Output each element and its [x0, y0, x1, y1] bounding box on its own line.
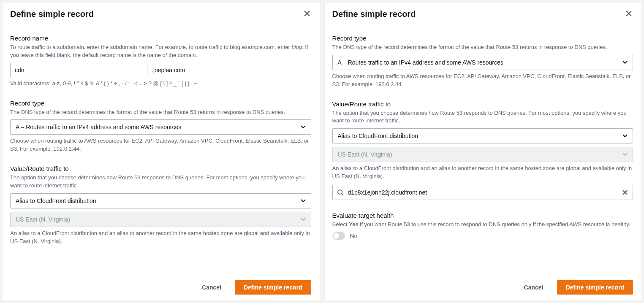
record-name-desc: To route traffic to a subdomain, enter t… — [10, 43, 311, 60]
record-name-row: .joeplaa.com — [10, 63, 311, 77]
record-name-input[interactable] — [10, 63, 147, 77]
alias-value: Alias to CloudFront distribution — [338, 133, 418, 139]
search-icon — [337, 189, 344, 196]
record-type-value: A – Routes traffic to an IPv4 address an… — [16, 124, 181, 130]
region-value: US East (N. Virginia) — [338, 151, 392, 158]
route-to-section: Value/Route traffic to The option that y… — [10, 165, 311, 245]
record-type-hint: Choose when routing traffic to AWS resou… — [10, 137, 311, 153]
cancel-button[interactable]: Cancel — [516, 281, 552, 294]
chevron-down-icon — [622, 153, 628, 156]
region-value: US East (N. Virginia) — [16, 216, 70, 223]
define-record-button[interactable]: Define simple record — [557, 280, 633, 295]
record-type-select[interactable]: A – Routes traffic to an IPv4 address an… — [10, 119, 311, 135]
chevron-down-icon — [622, 134, 628, 138]
region-select: US East (N. Virginia) — [10, 212, 311, 227]
record-type-value: A – Routes traffic to an IPv4 address an… — [338, 59, 503, 66]
route-to-desc: The option that you choose determines ho… — [332, 109, 633, 125]
record-type-desc: The DNS type of the record determines th… — [10, 108, 311, 116]
dialog-footer: Cancel Define simple record — [325, 274, 642, 300]
chevron-down-icon — [622, 61, 628, 64]
close-button[interactable] — [625, 10, 633, 19]
dialog-footer: Cancel Define simple record — [3, 274, 320, 300]
dialog-title: Define simple record — [10, 9, 94, 19]
chevron-down-icon — [301, 125, 306, 129]
record-type-select[interactable]: A – Routes traffic to an IPv4 address an… — [332, 55, 633, 70]
define-record-button[interactable]: Define simple record — [235, 280, 311, 295]
left-dialog: Define simple record Record name To rout… — [2, 2, 320, 301]
route-to-hint: An alias to a CloudFront distribution an… — [332, 165, 633, 181]
dialog-body[interactable]: Record name To route traffic to a subdom… — [3, 26, 320, 274]
evaluate-health-toggle-label: No — [350, 233, 358, 239]
dialog-title: Define simple record — [332, 9, 416, 19]
distribution-search-value: d1p8x1ejonh22j.cloudfront.net — [348, 189, 427, 196]
chevron-down-icon — [301, 199, 306, 203]
dialog-header: Define simple record — [3, 3, 320, 26]
region-select: US East (N. Virginia) — [332, 147, 633, 162]
record-type-hint: Choose when routing traffic to AWS resou… — [332, 73, 633, 89]
evaluate-health-label: Evaluate target health — [332, 212, 633, 219]
dialog-header: Define simple record — [325, 3, 642, 26]
svg-point-0 — [338, 190, 342, 194]
route-to-label: Value/Route traffic to — [332, 100, 633, 108]
distribution-search-input[interactable]: d1p8x1ejonh22j.cloudfront.net — [332, 185, 633, 200]
record-type-label: Record type — [332, 35, 633, 42]
alias-select[interactable]: Alias to CloudFront distribution — [10, 193, 311, 208]
record-name-suffix: .joeplaa.com — [152, 67, 185, 73]
record-name-label: Record name — [10, 35, 311, 42]
chevron-down-icon — [301, 218, 306, 221]
dialog-body[interactable]: Record type The DNS type of the record d… — [325, 26, 642, 274]
record-type-section: Record type The DNS type of the record d… — [332, 35, 633, 89]
evaluate-health-desc: Select Yes if you want Route 53 to use t… — [332, 221, 633, 229]
route-to-hint: An alias to a CloudFront distribution an… — [10, 230, 311, 246]
record-type-section: Record type The DNS type of the record d… — [10, 100, 311, 154]
record-type-desc: The DNS type of the record determines th… — [332, 43, 633, 51]
alias-value: Alias to CloudFront distribution — [16, 197, 96, 204]
record-name-hint: Valid characters: a-z, 0-9, ! " # $ % & … — [10, 80, 311, 88]
clear-icon[interactable] — [622, 189, 628, 196]
right-dialog: Define simple record Record type The DNS… — [324, 2, 642, 301]
close-icon — [304, 10, 310, 19]
cancel-button[interactable]: Cancel — [193, 281, 230, 294]
evaluate-health-section: Evaluate target health Select Yes if you… — [332, 212, 633, 240]
route-to-desc: The option that you choose determines ho… — [10, 174, 311, 190]
record-type-label: Record type — [10, 100, 311, 107]
route-to-section: Value/Route traffic to The option that y… — [332, 100, 633, 200]
evaluate-health-toggle[interactable] — [332, 232, 345, 240]
close-icon — [625, 10, 632, 19]
record-name-section: Record name To route traffic to a subdom… — [10, 35, 311, 88]
evaluate-health-toggle-row: No — [332, 232, 633, 240]
alias-select[interactable]: Alias to CloudFront distribution — [332, 128, 633, 143]
route-to-label: Value/Route traffic to — [10, 165, 311, 172]
close-button[interactable] — [303, 10, 311, 19]
